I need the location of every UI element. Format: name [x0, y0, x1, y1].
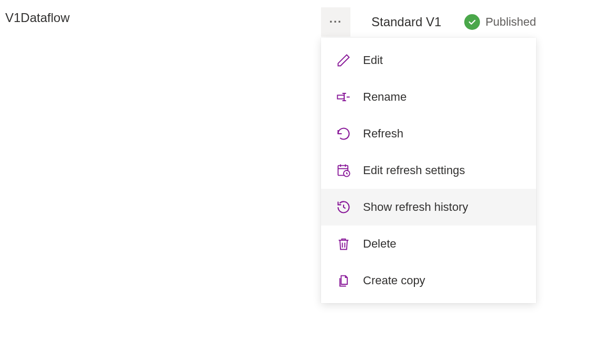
- menu-item-label: Rename: [363, 90, 407, 104]
- menu-item-label: Edit refresh settings: [363, 164, 465, 177]
- status-section: Published: [464, 14, 536, 30]
- svg-rect-0: [337, 95, 344, 99]
- menu-item-label: Create copy: [363, 274, 425, 287]
- menu-item-edit[interactable]: Edit: [321, 42, 536, 79]
- checkmark-success-icon: [464, 14, 480, 30]
- menu-item-edit-refresh-settings[interactable]: Edit refresh settings: [321, 152, 536, 189]
- trash-icon: [336, 236, 351, 252]
- menu-item-rename[interactable]: Rename: [321, 79, 536, 115]
- copy-icon: [336, 273, 351, 288]
- menu-item-label: Show refresh history: [363, 200, 468, 214]
- menu-item-show-refresh-history[interactable]: Show refresh history: [321, 189, 536, 226]
- context-menu: Edit Rename Refresh: [321, 38, 536, 303]
- menu-item-create-copy[interactable]: Create copy: [321, 262, 536, 299]
- menu-item-label: Delete: [363, 237, 397, 251]
- pencil-icon: [336, 52, 351, 68]
- menu-item-delete[interactable]: Delete: [321, 226, 536, 262]
- menu-item-refresh[interactable]: Refresh: [321, 115, 536, 152]
- refresh-icon: [336, 126, 351, 142]
- menu-item-label: Edit: [363, 53, 383, 67]
- calendar-clock-icon: [336, 163, 351, 178]
- header-row: V1Dataflow ··· Standard V1 Published: [0, 0, 598, 36]
- more-options-button[interactable]: ···: [321, 7, 350, 37]
- rename-icon: [336, 89, 351, 105]
- version-label: Standard V1: [371, 15, 441, 29]
- header-right-section: ··· Standard V1 Published: [321, 7, 536, 37]
- ellipsis-icon: ···: [329, 15, 342, 29]
- dataflow-name[interactable]: V1Dataflow: [5, 10, 70, 25]
- status-text: Published: [485, 15, 536, 29]
- history-icon: [336, 199, 351, 215]
- menu-item-label: Refresh: [363, 127, 403, 141]
